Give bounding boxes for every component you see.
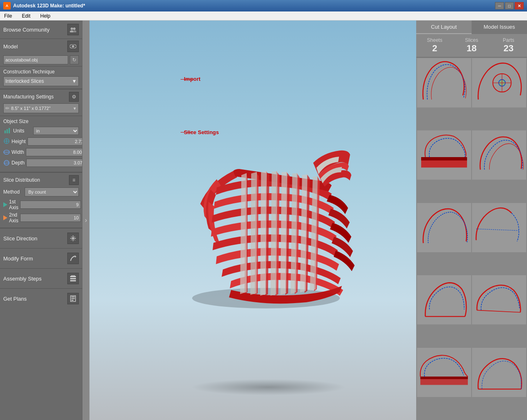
units-row: Units in cm mm <box>3 127 79 135</box>
tab-cut-layout[interactable]: Cut Layout <box>416 21 472 34</box>
height-row: Height ▲ ▼ <box>3 137 79 146</box>
assembly-steps-icon[interactable] <box>67 273 79 284</box>
depth-input[interactable] <box>26 159 82 167</box>
right-stats: Sheets 2 Slices 18 Parts 23 <box>416 34 527 57</box>
window-title: Autodesk 123D Make: untitled* <box>13 3 495 9</box>
width-input[interactable] <box>26 148 82 156</box>
menu-edit[interactable]: Edit <box>19 12 33 20</box>
svg-rect-25 <box>71 297 75 297</box>
model-section: Model ↻ <box>0 39 82 66</box>
mfg-gear-icon[interactable]: ⚙ <box>69 92 79 102</box>
width-row: Width ▲ ▼ <box>3 148 79 156</box>
width-icon <box>3 148 10 156</box>
cut-piece-9[interactable] <box>417 348 471 397</box>
model-shadow <box>190 379 346 395</box>
units-select[interactable]: in cm mm <box>33 127 79 135</box>
cut-piece-6[interactable] <box>472 203 526 252</box>
construction-label: Construction Technique <box>3 69 79 75</box>
modify-form-row[interactable]: Modify Form <box>0 249 82 268</box>
axis2-input[interactable] <box>20 214 81 222</box>
construction-inner: Construction Technique Interlocked Slice… <box>0 66 82 89</box>
axis1-input[interactable] <box>20 201 81 209</box>
app-icon: A <box>3 2 11 9</box>
depth-icon <box>3 159 10 167</box>
right-tabs: Cut Layout Model Issues <box>416 21 527 34</box>
slices-value: 18 <box>453 43 490 54</box>
axis1-label: 1st Axis <box>9 199 18 210</box>
slices-stat: Slices 18 <box>453 37 490 54</box>
cut-piece-5[interactable] <box>417 203 471 252</box>
get-plans-row[interactable]: Get Plans <box>0 289 82 308</box>
3d-model[interactable] <box>167 122 381 319</box>
modify-form-icon[interactable] <box>67 253 79 264</box>
assembly-steps-label: Assembly Steps <box>3 276 67 282</box>
tab-model-issues[interactable]: Model Issues <box>472 21 527 34</box>
slices-label: Slices <box>453 37 490 43</box>
axis1-play-icon <box>3 202 7 207</box>
model-file-row: ↻ <box>0 54 82 66</box>
parts-stat: Parts 23 <box>490 37 527 54</box>
svg-rect-8 <box>9 128 10 133</box>
cut-piece-3[interactable] <box>417 130 471 180</box>
menu-file[interactable]: File <box>2 12 14 20</box>
height-input[interactable] <box>27 137 82 146</box>
main-layout: Browse Community Model <box>0 21 527 420</box>
menu-help[interactable]: Help <box>38 12 53 20</box>
cut-piece-8[interactable] <box>472 275 526 324</box>
technique-dropdown[interactable]: Interlocked Slices ▼ <box>3 76 79 86</box>
model-file-input[interactable] <box>3 55 68 64</box>
cut-layout-grid <box>416 57 527 420</box>
cut-piece-2[interactable] <box>472 58 526 107</box>
get-plans-section: Get Plans <box>0 288 82 308</box>
get-plans-icon[interactable] <box>67 293 79 304</box>
svg-line-33 <box>476 229 519 231</box>
svg-rect-26 <box>71 298 75 299</box>
slice-dist-header: Slice Distribution ≡ <box>3 175 79 185</box>
svg-rect-37 <box>420 377 468 379</box>
menubar: File Edit Help <box>0 11 527 21</box>
svg-rect-7 <box>7 129 8 133</box>
width-label: Width <box>11 149 24 155</box>
model-refresh-button[interactable]: ↻ <box>70 55 79 64</box>
mfg-section: Manufacturing Settings ⚙ ✏ 8.5" x 11" x … <box>0 89 82 116</box>
svg-rect-27 <box>71 300 73 301</box>
construction-section: Construction Technique Interlocked Slice… <box>0 66 82 89</box>
slice-dist-title: Slice Distribution <box>3 177 40 183</box>
slice-direction-row[interactable]: Slice Direction <box>0 228 82 248</box>
cut-piece-10[interactable] <box>472 348 526 397</box>
svg-rect-6 <box>5 130 6 133</box>
model-row: Model <box>0 39 82 54</box>
mfg-preset-dropdown[interactable]: ✏ 8.5" x 11" x 0.1772" ▼ <box>3 103 79 113</box>
svg-point-3 <box>73 30 76 32</box>
modify-form-section: Modify Form <box>0 248 82 268</box>
cut-piece-4[interactable] <box>472 130 526 180</box>
slice-dist-inner: Slice Distribution ≡ Method By count By … <box>0 172 82 228</box>
mfg-preset-text: 8.5" x 11" x 0.1772" <box>11 106 71 111</box>
modify-form-label: Modify Form <box>3 256 67 262</box>
svg-rect-22 <box>70 280 76 281</box>
model-eye-icon[interactable] <box>67 41 79 52</box>
svg-rect-20 <box>70 276 76 277</box>
svg-point-15 <box>4 162 9 164</box>
close-button[interactable]: ✕ <box>515 2 524 9</box>
maximize-button[interactable]: □ <box>505 2 514 9</box>
svg-point-14 <box>4 160 9 165</box>
browse-community-row[interactable]: Browse Community <box>0 21 82 39</box>
cut-piece-7[interactable] <box>417 275 471 324</box>
axis2-row: 2nd Axis ▲ ▼ <box>3 212 79 224</box>
slice-dist-menu-icon[interactable]: ≡ <box>69 175 79 185</box>
axis2-label: 2nd Axis <box>9 212 18 224</box>
svg-rect-23 <box>71 275 75 276</box>
assembly-steps-row[interactable]: Assembly Steps <box>0 269 82 288</box>
collapse-sidebar-button[interactable]: › <box>82 21 89 420</box>
method-label: Method <box>3 189 23 195</box>
right-panel: Cut Layout Model Issues Sheets 2 Slices … <box>416 21 527 420</box>
cut-piece-1[interactable] <box>417 58 471 107</box>
slice-direction-icon[interactable] <box>67 233 79 244</box>
sheets-label: Sheets <box>416 37 453 43</box>
mfg-header: Manufacturing Settings ⚙ <box>3 92 79 102</box>
minimize-button[interactable]: ─ <box>495 2 504 9</box>
method-select[interactable]: By count By spacing <box>25 187 79 196</box>
parts-label: Parts <box>490 37 527 43</box>
technique-arrow-icon: ▼ <box>72 78 77 84</box>
